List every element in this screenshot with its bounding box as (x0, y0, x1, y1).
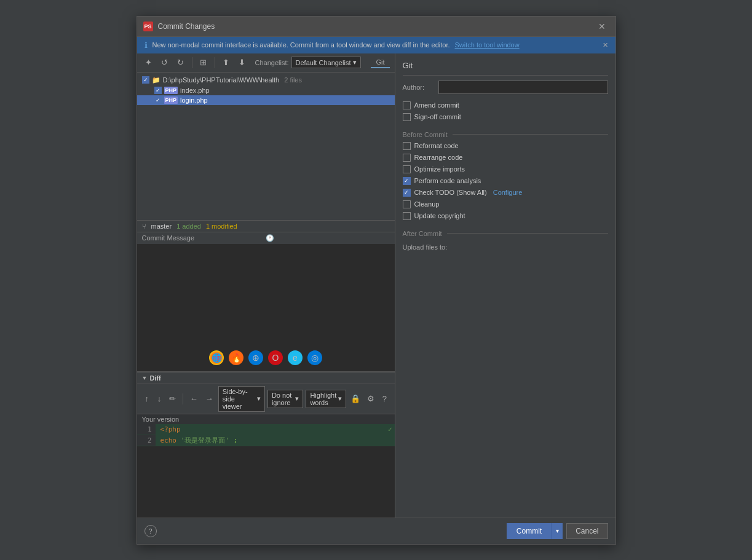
bottom-bar: ? Commit ▾ Cancel (137, 518, 615, 544)
optimize-imports-checkbox[interactable] (403, 165, 411, 173)
folder-checkbox[interactable]: ✓ (142, 76, 149, 84)
refresh-button[interactable]: ↻ (174, 56, 188, 69)
perform-analysis-row[interactable]: ✓ Perform code analysis (403, 177, 608, 185)
upload-files-label: Upload files to: (403, 243, 608, 251)
chrome-icon: 🌐 (209, 350, 224, 365)
update-copyright-label: Update copyright (414, 212, 465, 219)
modified-count: 1 modified (206, 223, 237, 230)
rearrange-code-checkbox[interactable] (403, 154, 411, 162)
rearrange-code-label: Rearrange code (414, 154, 463, 161)
diff-highlight-chevron: ▾ (338, 395, 342, 403)
author-input[interactable] (438, 81, 608, 94)
diff-forward-button[interactable]: → (203, 392, 216, 406)
diff-title: Diff (149, 374, 160, 382)
php-icon: PHP (164, 87, 178, 94)
update-copyright-checkbox[interactable] (403, 212, 411, 220)
check-todo-row[interactable]: ✓ Check TODO (Show All) Configure (403, 189, 608, 197)
php-icon-2: PHP (164, 97, 178, 104)
diff-next-button[interactable]: ↓ (154, 392, 164, 406)
echo-keyword: echo (160, 436, 177, 444)
git-tab[interactable]: Git (371, 57, 389, 68)
diff-line-1: 1 <?php ✓ (137, 424, 395, 435)
amend-commit-row[interactable]: Amend commit (403, 101, 608, 109)
file-login-checkbox[interactable]: ✓ (154, 97, 162, 104)
file-index-checkbox[interactable]: ✓ (154, 87, 162, 94)
commit-message-textarea[interactable] (137, 244, 236, 342)
added-count: 1 added (176, 223, 201, 230)
commit-button[interactable]: Commit (507, 523, 552, 539)
author-row: Author: (403, 81, 608, 94)
diff-toolbar: ↑ ↓ ✏ ← → Side-by-side viewer ▾ Do not i… (137, 384, 395, 414)
folder-item[interactable]: ✓ 📁 D:\phpStudy\PHPTutorial\WWW\health 2… (137, 75, 395, 85)
cleanup-row[interactable]: Cleanup (403, 200, 608, 208)
diff-viewer-dropdown[interactable]: Side-by-side viewer ▾ (218, 386, 265, 412)
file-tree: ✓ 📁 D:\phpStudy\PHPTutorial\WWW\health 2… (137, 73, 395, 220)
git-panel-title: Git (403, 58, 608, 76)
move-up-button[interactable]: ⬆ (220, 56, 233, 69)
opera-icon: O (268, 350, 283, 365)
files-toolbar: ✦ ↺ ↻ ⊞ ⬆ ⬇ Changelist: Default Changeli… (137, 53, 395, 73)
browser6-icon: ◎ (307, 350, 322, 365)
add-button[interactable]: ✦ (142, 56, 156, 69)
diff-lock-button[interactable]: 🔒 (349, 392, 362, 406)
reformat-code-checkbox[interactable] (403, 142, 411, 150)
reformat-code-row[interactable]: Reformat code (403, 142, 608, 150)
diff-line-content-1: <?php (156, 424, 388, 435)
undo-button[interactable]: ↺ (158, 56, 172, 69)
diff-highlight-label: Highlight words (310, 392, 336, 406)
commit-button-group: Commit ▾ (507, 523, 563, 539)
sign-off-commit-row[interactable]: Sign-off commit (403, 113, 608, 121)
info-bar-close-button[interactable]: ✕ (603, 41, 608, 49)
rearrange-code-row[interactable]: Rearrange code (403, 154, 608, 162)
diff-highlight-dropdown[interactable]: Highlight words ▾ (306, 390, 346, 408)
browser-icons-decoration: 🌐 🔥 ⊕ O e ◎ (137, 344, 395, 371)
optimize-imports-row[interactable]: Optimize imports (403, 165, 608, 173)
help-button[interactable]: ? (144, 525, 157, 537)
changelist-dropdown[interactable]: Default Changelist ▾ (291, 57, 362, 68)
switch-to-tool-window-link[interactable]: Switch to tool window (455, 41, 520, 49)
commit-message-header: Commit Message 🕐 (137, 232, 395, 244)
info-icon: ℹ (144, 41, 148, 50)
dialog-title: Commit Changes (158, 22, 590, 31)
diff-sep-1 (183, 393, 183, 404)
amend-commit-label: Amend commit (414, 101, 459, 109)
commit-message-area: Commit Message 🕐 🌐 🔥 ⊕ O e ◎ (137, 232, 395, 372)
sign-off-label: Sign-off commit (414, 113, 461, 120)
diff-viewer-label: Side-by-side viewer (223, 388, 255, 410)
sign-off-checkbox[interactable] (403, 113, 411, 121)
edge-icon: ⊕ (248, 350, 263, 365)
diff-help-button[interactable]: ? (379, 392, 389, 406)
branch-name: master (151, 223, 172, 230)
diff-prev-button[interactable]: ↑ (142, 392, 152, 406)
file-item-index[interactable]: ✓ PHP index.php (137, 85, 395, 95)
diff-your-version-label: Your version (137, 414, 395, 424)
echo-string: '我是登录界面' (181, 436, 229, 444)
diff-edit-button[interactable]: ✏ (167, 392, 178, 406)
diff-ignore-chevron: ▾ (295, 395, 299, 403)
commit-message-label: Commit Message (142, 234, 266, 242)
separator-2 (215, 57, 215, 68)
perform-analysis-checkbox[interactable]: ✓ (403, 177, 411, 185)
diff-back-button[interactable]: ← (188, 392, 200, 406)
diff-collapse-icon[interactable]: ▼ (142, 375, 148, 381)
commit-dropdown-button[interactable]: ▾ (552, 523, 563, 539)
cancel-button[interactable]: Cancel (566, 523, 608, 539)
firefox-icon: 🔥 (229, 350, 243, 365)
before-commit-label: Before Commit (403, 131, 608, 138)
group-button[interactable]: ⊞ (197, 56, 210, 69)
check-todo-checkbox[interactable]: ✓ (403, 189, 411, 197)
move-down-button[interactable]: ⬇ (235, 56, 249, 69)
close-button[interactable]: ✕ (595, 20, 609, 33)
file-index-name: index.php (180, 87, 210, 94)
file-item-login[interactable]: ✓ PHP login.php (137, 95, 395, 105)
configure-link[interactable]: Configure (493, 189, 523, 196)
amend-commit-checkbox[interactable] (403, 101, 411, 109)
status-bar: ⑂ master 1 added 1 modified (137, 220, 395, 232)
cleanup-checkbox[interactable] (403, 200, 411, 208)
diff-settings-button[interactable]: ⚙ (365, 392, 377, 406)
left-panel: ✦ ↺ ↻ ⊞ ⬆ ⬇ Changelist: Default Changeli… (137, 53, 395, 518)
author-label: Author: (403, 84, 433, 91)
diff-ignore-dropdown[interactable]: Do not ignore ▾ (267, 390, 303, 408)
diff-content: Your version 1 <?php ✓ 2 echo '我是登 (137, 414, 395, 518)
update-copyright-row[interactable]: Update copyright (403, 212, 608, 220)
